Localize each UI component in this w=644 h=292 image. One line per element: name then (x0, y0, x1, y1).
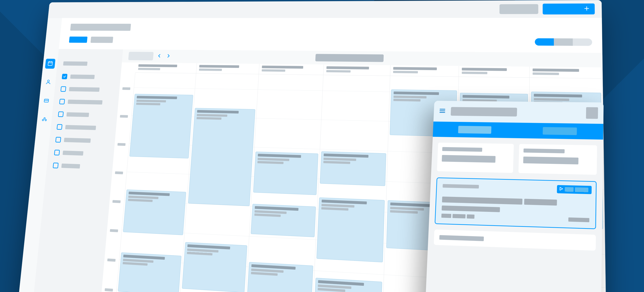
filter-item-7[interactable] (53, 162, 107, 170)
mobile-tab-1[interactable] (458, 126, 491, 134)
card-time (568, 217, 590, 222)
hour-line (314, 271, 384, 275)
filter-item-5[interactable] (55, 137, 109, 144)
summary-heading (524, 148, 564, 153)
filter-label (62, 151, 84, 155)
time-tick (112, 200, 121, 203)
add-button[interactable] (543, 3, 595, 14)
time-tick (120, 115, 128, 118)
page-title (70, 24, 131, 31)
day-column[interactable] (312, 65, 390, 292)
svg-point-11 (45, 120, 46, 121)
hour-line (249, 236, 316, 240)
checkbox-icon[interactable] (58, 111, 64, 117)
card-label (442, 184, 479, 188)
card-icon (43, 98, 50, 105)
filter-item-2[interactable] (59, 99, 112, 105)
filter-heading (63, 61, 88, 66)
hour-line (255, 147, 320, 149)
hour-line (322, 120, 388, 122)
play-chip[interactable] (557, 185, 592, 194)
summary-heading (442, 147, 482, 152)
filter-item-6[interactable] (54, 150, 108, 157)
calendar-event[interactable] (182, 242, 247, 292)
mobile-title (450, 107, 517, 117)
filter-label (65, 125, 96, 130)
checkbox-icon[interactable] (53, 162, 58, 168)
calendar-event[interactable] (247, 262, 313, 292)
calendar-icon (47, 60, 54, 67)
summary-card-1[interactable] (437, 143, 514, 173)
calendar-event[interactable] (123, 189, 186, 235)
highlighted-card[interactable] (435, 177, 596, 229)
hour-line (185, 233, 249, 236)
nav-calendar[interactable] (45, 59, 56, 69)
day-header (324, 65, 390, 76)
nav-billing[interactable] (41, 96, 52, 106)
nav-user[interactable] (43, 77, 54, 87)
play-chip-seg (575, 187, 588, 192)
checkbox-icon[interactable] (56, 124, 62, 130)
view-toggle[interactable] (535, 38, 592, 46)
tabs-row (69, 36, 592, 46)
avatar[interactable] (586, 107, 598, 119)
calendar-event[interactable] (320, 151, 386, 186)
calendar-event[interactable] (118, 253, 182, 292)
checkbox-icon[interactable] (54, 150, 60, 155)
tab-secondary[interactable] (90, 37, 113, 43)
calendar-event[interactable] (251, 204, 316, 237)
calendar-event[interactable] (130, 94, 193, 158)
calendar-event[interactable] (188, 108, 255, 206)
filter-label (69, 87, 100, 92)
day-header (135, 62, 197, 73)
card-text (442, 206, 500, 212)
view-toggle-seg-1[interactable] (535, 38, 554, 45)
footer-seg (467, 214, 474, 219)
view-toggle-seg-2[interactable] (554, 38, 573, 46)
filter-item-3[interactable] (58, 111, 111, 118)
day-header (196, 63, 260, 74)
card-footer (442, 214, 590, 222)
mobile-tab-2[interactable] (543, 127, 577, 135)
today-button[interactable] (128, 52, 154, 60)
filter-item-1[interactable] (60, 86, 113, 93)
play-chip-seg (565, 187, 574, 192)
hour-line (256, 118, 321, 120)
filter-item-0[interactable] (62, 74, 115, 80)
hour-line (323, 91, 390, 92)
day-header (259, 64, 324, 75)
nav-team[interactable] (39, 115, 50, 125)
chevron-right-icon[interactable] (166, 54, 171, 59)
checkbox-icon[interactable] (60, 86, 66, 92)
time-tick (122, 87, 130, 90)
mobile-tabs (433, 122, 603, 140)
time-tick (110, 229, 118, 232)
svg-point-9 (44, 118, 46, 119)
time-tick (105, 288, 113, 292)
tab-primary[interactable] (69, 37, 88, 43)
summary-value (442, 155, 495, 163)
filter-label (68, 100, 103, 105)
footer-seg (452, 214, 466, 218)
svg-rect-2 (48, 62, 52, 65)
view-toggle-seg-3[interactable] (573, 38, 592, 46)
hour-line (195, 88, 258, 90)
svg-point-10 (42, 119, 44, 121)
time-tick (107, 259, 116, 262)
checkbox-icon[interactable] (55, 137, 61, 143)
calendar-event[interactable] (253, 151, 318, 195)
summary-card-2[interactable] (518, 144, 597, 175)
hour-line (134, 88, 195, 89)
list-card[interactable] (434, 230, 596, 251)
filter-label (61, 164, 80, 168)
filter-item-4[interactable] (56, 124, 110, 131)
checkbox-icon[interactable] (59, 99, 65, 105)
calendar-event[interactable] (317, 197, 384, 262)
chevron-left-icon[interactable] (157, 54, 162, 59)
secondary-action-button[interactable] (500, 4, 538, 14)
hamburger-icon[interactable] (439, 108, 446, 115)
checkbox-icon[interactable] (62, 74, 68, 79)
play-icon (559, 186, 564, 192)
calendar-event[interactable] (314, 278, 382, 292)
mobile-window (424, 101, 604, 292)
